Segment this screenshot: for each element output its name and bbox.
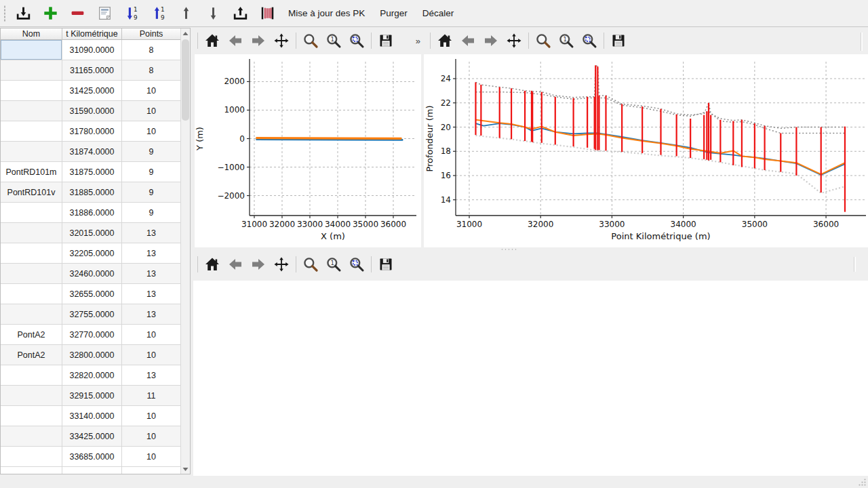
cell-points[interactable]: 9 bbox=[122, 203, 181, 223]
cell-points[interactable]: 10 bbox=[122, 406, 181, 426]
move-up-button[interactable] bbox=[176, 3, 196, 24]
cell-points[interactable]: 13 bbox=[122, 284, 181, 304]
add-row-button[interactable] bbox=[40, 3, 60, 24]
import-button[interactable] bbox=[13, 3, 33, 24]
cell-points[interactable]: 10 bbox=[122, 325, 181, 345]
zoom-button[interactable] bbox=[301, 254, 320, 274]
move-down-button[interactable] bbox=[203, 3, 223, 24]
forward-button[interactable] bbox=[249, 30, 268, 51]
cell-nom[interactable] bbox=[1, 264, 62, 284]
cell-points[interactable]: 9 bbox=[122, 162, 181, 182]
cell-nom[interactable] bbox=[1, 284, 62, 304]
cell-points[interactable]: 10 bbox=[122, 121, 181, 142]
cell-nom[interactable] bbox=[1, 447, 62, 467]
zoom-region-button[interactable] bbox=[347, 254, 366, 274]
save-button[interactable] bbox=[376, 254, 395, 274]
cell-pk[interactable]: 32460.0000 bbox=[62, 264, 122, 284]
cell-points[interactable]: 10 bbox=[122, 81, 181, 101]
zoom-one-button[interactable] bbox=[557, 30, 576, 51]
home-button[interactable] bbox=[435, 30, 454, 51]
cell-pk[interactable]: 31590.0000 bbox=[62, 101, 122, 121]
zoom-button[interactable] bbox=[534, 30, 553, 51]
cell-nom[interactable] bbox=[1, 203, 62, 223]
purge-button[interactable]: Purger bbox=[372, 4, 415, 22]
profile-plot-canvas[interactable]: 3100032000330003400035000360001416182022… bbox=[424, 54, 868, 247]
cell-nom[interactable]: PontRD101m bbox=[1, 162, 62, 182]
pan-button[interactable] bbox=[272, 30, 291, 51]
cell-pk[interactable]: 31165.0000 bbox=[62, 60, 122, 81]
pan-button[interactable] bbox=[505, 30, 524, 51]
cell-pk[interactable]: 31874.0000 bbox=[62, 142, 122, 162]
cell-pk[interactable]: 32205.0000 bbox=[62, 243, 122, 264]
cell-points[interactable]: 9 bbox=[122, 182, 181, 203]
cell-points[interactable]: 10 bbox=[122, 101, 181, 121]
back-button[interactable] bbox=[226, 254, 245, 274]
zoom-region-button[interactable] bbox=[347, 30, 366, 51]
cell-nom[interactable]: PontA2 bbox=[1, 345, 62, 365]
cell-nom[interactable] bbox=[1, 304, 62, 325]
cell-nom[interactable] bbox=[1, 60, 62, 81]
back-button[interactable] bbox=[458, 30, 477, 51]
zoom-one-button[interactable] bbox=[324, 254, 343, 274]
forward-button[interactable] bbox=[249, 254, 268, 274]
export-button[interactable] bbox=[230, 3, 250, 24]
cell-nom[interactable] bbox=[1, 223, 62, 243]
sort-ascending-button[interactable] bbox=[121, 3, 142, 24]
cell-nom[interactable] bbox=[1, 101, 62, 121]
zoom-region-button[interactable] bbox=[580, 30, 599, 51]
shift-button[interactable]: Décaler bbox=[415, 4, 462, 22]
scrollbar-thumb[interactable] bbox=[182, 39, 189, 121]
notes-button[interactable] bbox=[94, 3, 115, 24]
cell-pk[interactable]: 32800.0000 bbox=[62, 345, 122, 365]
cell-points[interactable]: 13 bbox=[122, 304, 181, 325]
cell-pk[interactable]: 33685.0000 bbox=[62, 447, 122, 467]
cell[interactable] bbox=[1, 467, 62, 474]
cell-pk[interactable]: 32770.0000 bbox=[62, 325, 122, 345]
cell-pk[interactable]: 32820.0000 bbox=[62, 365, 122, 386]
splitter-handle[interactable] bbox=[500, 248, 518, 251]
update-pk-button[interactable]: Mise à jour des PK bbox=[281, 4, 372, 22]
cell-pk[interactable]: 31875.0000 bbox=[62, 162, 122, 182]
back-button[interactable] bbox=[226, 30, 245, 51]
cell-points[interactable]: 10 bbox=[122, 447, 181, 467]
resize-grip-icon[interactable] bbox=[857, 477, 867, 487]
scroll-down-button[interactable] bbox=[181, 464, 190, 474]
pan-button[interactable] bbox=[272, 254, 291, 274]
cell-pk[interactable]: 31425.0000 bbox=[62, 81, 122, 101]
cell-pk[interactable]: 32655.0000 bbox=[62, 284, 122, 304]
cell-points[interactable]: 13 bbox=[122, 223, 181, 243]
cell-points[interactable]: 13 bbox=[122, 365, 181, 386]
remove-row-button[interactable] bbox=[67, 3, 87, 24]
cell-points[interactable]: 13 bbox=[122, 243, 181, 264]
empty-plot-canvas[interactable] bbox=[193, 281, 868, 476]
cell-nom[interactable] bbox=[1, 386, 62, 406]
cell-pk[interactable]: 32915.0000 bbox=[62, 386, 122, 406]
column-header-pk[interactable]: t Kilométrique bbox=[62, 28, 122, 40]
cell-pk[interactable]: 31885.0000 bbox=[62, 182, 122, 203]
column-header-nom[interactable]: Nom bbox=[1, 28, 62, 40]
sort-descending-button[interactable] bbox=[149, 3, 169, 24]
column-header-points[interactable]: Points bbox=[122, 28, 181, 40]
cell-nom[interactable] bbox=[1, 81, 62, 101]
cell-nom[interactable] bbox=[1, 406, 62, 426]
cell-nom[interactable] bbox=[1, 142, 62, 162]
home-button[interactable] bbox=[203, 30, 222, 51]
cell-nom[interactable] bbox=[1, 426, 62, 447]
xy-plot-canvas[interactable]: 310003200033000340003500036000−2000−1000… bbox=[195, 54, 421, 247]
cell[interactable] bbox=[122, 467, 181, 474]
forward-button[interactable] bbox=[481, 30, 500, 51]
table-vscrollbar[interactable] bbox=[180, 28, 190, 474]
cell-pk[interactable]: 31780.0000 bbox=[62, 121, 122, 142]
cell-nom[interactable]: PontRD101v bbox=[1, 182, 62, 203]
cell-pk[interactable]: 32015.0000 bbox=[62, 223, 122, 243]
cell-pk[interactable]: 33140.0000 bbox=[62, 406, 122, 426]
save-button[interactable] bbox=[609, 30, 628, 51]
cell-nom[interactable] bbox=[1, 243, 62, 264]
cell-nom[interactable]: PontA2 bbox=[1, 325, 62, 345]
cell-nom[interactable] bbox=[1, 40, 62, 60]
cell-points[interactable]: 10 bbox=[122, 426, 181, 447]
cell-nom[interactable] bbox=[1, 365, 62, 386]
zoom-button[interactable] bbox=[301, 30, 320, 51]
cell-points[interactable]: 11 bbox=[122, 386, 181, 406]
cell-points[interactable]: 8 bbox=[122, 60, 181, 81]
